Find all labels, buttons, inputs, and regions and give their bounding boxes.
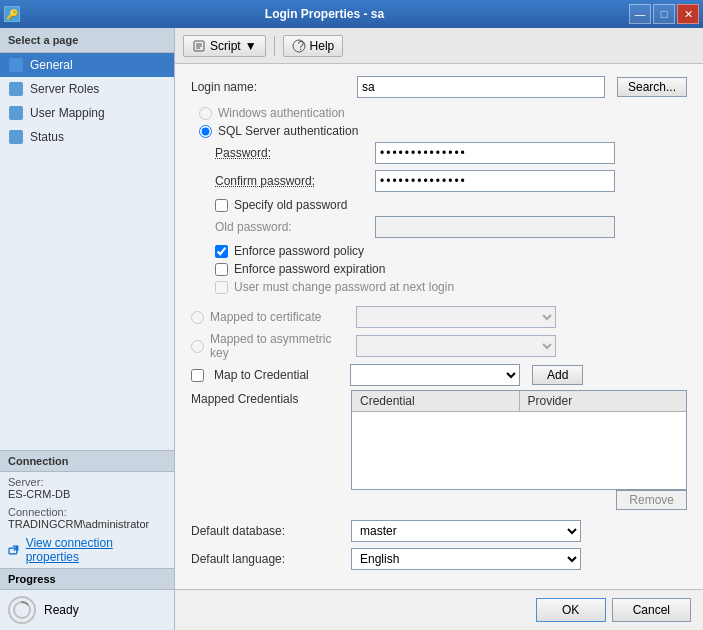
- sidebar-section-header: Select a page: [0, 28, 174, 53]
- map-credential-checkbox[interactable]: [191, 369, 204, 382]
- server-value: ES-CRM-DB: [8, 488, 166, 500]
- enforce-policy-checkbox[interactable]: [215, 245, 228, 258]
- help-icon: ?: [292, 39, 306, 53]
- general-icon: [8, 57, 24, 73]
- connection-value: TRADINGCRM\administrator: [8, 518, 166, 530]
- server-roles-icon: [8, 81, 24, 97]
- window-icon: 🔑: [4, 6, 20, 22]
- confirm-password-input[interactable]: [375, 170, 615, 192]
- status-icon: [8, 129, 24, 145]
- enforce-expiration-checkbox[interactable]: [215, 263, 228, 276]
- windows-auth-label: Windows authentication: [218, 106, 345, 120]
- map-credential-select[interactable]: [350, 364, 520, 386]
- script-dropdown-arrow: ▼: [245, 39, 257, 53]
- password-input[interactable]: [375, 142, 615, 164]
- content-area: Script ▼ ? Help Login name: Search... Wi…: [175, 28, 703, 630]
- login-name-label: Login name:: [191, 80, 351, 94]
- enforce-policy-label: Enforce password policy: [234, 244, 364, 258]
- enforce-expiration-row: Enforce password expiration: [215, 262, 687, 276]
- user-must-change-row: User must change password at next login: [215, 280, 687, 294]
- help-label: Help: [310, 39, 335, 53]
- enforce-policy-row: Enforce password policy: [215, 244, 687, 258]
- default-db-select[interactable]: master: [351, 520, 581, 542]
- user-must-change-checkbox[interactable]: [215, 281, 228, 294]
- window-title: Login Properties - sa: [20, 7, 629, 21]
- specify-old-label: Specify old password: [234, 198, 347, 212]
- link-icon: [8, 543, 22, 557]
- sql-auth-row: SQL Server authentication: [191, 124, 687, 138]
- view-connection-properties-link[interactable]: View connection properties: [0, 532, 174, 568]
- sidebar-item-status[interactable]: Status: [0, 125, 174, 149]
- connection-label-area: Connection: TRADINGCRM\administrator: [0, 502, 174, 532]
- mapped-cert-label: Mapped to certificate: [210, 310, 350, 324]
- remove-btn-row: Remove: [351, 490, 687, 510]
- progress-status-area: Ready: [0, 590, 174, 630]
- view-connection-text: View connection properties: [26, 536, 166, 564]
- default-lang-row: Default language: English: [191, 548, 687, 570]
- confirm-password-label: Confirm password:: [215, 174, 375, 188]
- script-icon: [192, 39, 206, 53]
- mapped-cert-radio[interactable]: [191, 311, 204, 324]
- user-mapping-icon: [8, 105, 24, 121]
- sidebar-connection-header: Connection: [0, 450, 174, 472]
- login-name-input[interactable]: [357, 76, 605, 98]
- mapped-asymm-row: Mapped to asymmetric key: [191, 332, 687, 360]
- old-password-input[interactable]: [375, 216, 615, 238]
- mapped-credentials-content: Credential Provider Remove: [351, 390, 687, 514]
- default-db-row: Default database: master: [191, 520, 687, 542]
- ok-button[interactable]: OK: [536, 598, 606, 622]
- sql-auth-radio[interactable]: [199, 125, 212, 138]
- mapped-cert-row: Mapped to certificate: [191, 306, 687, 328]
- old-password-label: Old password:: [215, 220, 375, 234]
- sidebar-item-user-mapping[interactable]: User Mapping: [0, 101, 174, 125]
- windows-auth-row: Windows authentication: [191, 106, 687, 120]
- progress-spinner: [8, 596, 36, 624]
- toolbar: Script ▼ ? Help: [175, 28, 703, 64]
- server-label: Server:: [8, 476, 166, 488]
- maximize-button[interactable]: □: [653, 4, 675, 24]
- login-name-row: Login name: Search...: [191, 76, 687, 98]
- mapped-asymm-radio[interactable]: [191, 340, 204, 353]
- password-section: Password: Confirm password: Specify old …: [191, 142, 687, 294]
- sidebar-item-label-server-roles: Server Roles: [30, 82, 99, 96]
- title-controls: — □ ✕: [629, 4, 699, 24]
- map-credential-label: Map to Credential: [214, 368, 344, 382]
- search-button[interactable]: Search...: [617, 77, 687, 97]
- form-area: Login name: Search... Windows authentica…: [175, 64, 703, 589]
- mapped-asymm-select[interactable]: [356, 335, 556, 357]
- sidebar: Select a page General Server Roles User …: [0, 28, 175, 630]
- close-button[interactable]: ✕: [677, 4, 699, 24]
- password-label: Password:: [215, 146, 375, 160]
- minimize-button[interactable]: —: [629, 4, 651, 24]
- default-lang-select[interactable]: English: [351, 548, 581, 570]
- windows-auth-radio[interactable]: [199, 107, 212, 120]
- add-button[interactable]: Add: [532, 365, 583, 385]
- map-credential-row: Map to Credential Add: [191, 364, 687, 386]
- script-label: Script: [210, 39, 241, 53]
- title-bar: 🔑 Login Properties - sa — □ ✕: [0, 0, 703, 28]
- toolbar-separator: [274, 36, 275, 56]
- cred-col-provider: Provider: [520, 391, 687, 411]
- sidebar-item-label-general: General: [30, 58, 73, 72]
- bottom-buttons: OK Cancel: [175, 589, 703, 630]
- confirm-password-row: Confirm password:: [215, 170, 687, 192]
- connection-label: Connection:: [8, 506, 166, 518]
- help-button[interactable]: ? Help: [283, 35, 344, 57]
- sidebar-item-server-roles[interactable]: Server Roles: [0, 77, 174, 101]
- svg-text:?: ?: [297, 39, 304, 53]
- script-button[interactable]: Script ▼: [183, 35, 266, 57]
- sidebar-progress-header: Progress: [0, 568, 174, 590]
- progress-status-text: Ready: [44, 603, 79, 617]
- user-must-change-label: User must change password at next login: [234, 280, 454, 294]
- password-row: Password:: [215, 142, 687, 164]
- mapped-credentials-label: Mapped Credentials: [191, 390, 351, 406]
- sidebar-item-general[interactable]: General: [0, 53, 174, 77]
- cancel-button[interactable]: Cancel: [612, 598, 691, 622]
- cred-col-credential: Credential: [352, 391, 520, 411]
- default-db-label: Default database:: [191, 524, 351, 538]
- remove-button[interactable]: Remove: [616, 490, 687, 510]
- specify-old-checkbox[interactable]: [215, 199, 228, 212]
- credentials-table: Credential Provider: [351, 390, 687, 490]
- mapped-cert-select[interactable]: [356, 306, 556, 328]
- sidebar-item-label-status: Status: [30, 130, 64, 144]
